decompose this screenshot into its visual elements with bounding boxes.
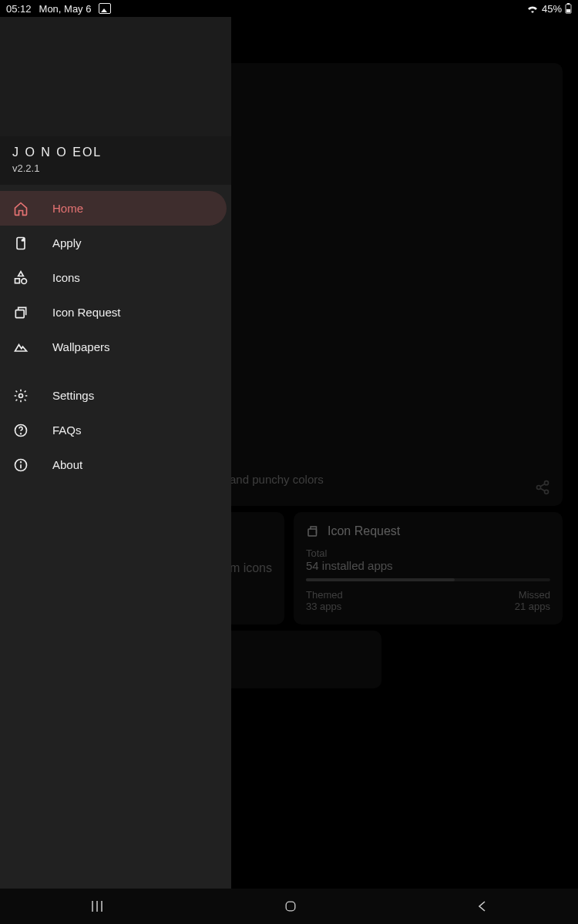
nav-label: Settings xyxy=(52,389,94,402)
mountain-icon xyxy=(12,340,29,355)
drawer-header xyxy=(0,17,231,136)
wifi-icon xyxy=(526,4,539,13)
nav-item-settings[interactable]: Settings xyxy=(0,378,227,413)
shapes-icon xyxy=(12,270,29,286)
drawer-separator xyxy=(0,364,231,372)
nav-label: Wallpapers xyxy=(52,340,109,353)
nav-label: Apply xyxy=(52,236,82,249)
nav-item-icons[interactable]: Icons xyxy=(0,260,227,295)
status-time: 05:12 xyxy=(6,3,32,15)
system-nav-bar xyxy=(0,889,578,924)
app-version: v2.2.1 xyxy=(12,162,219,174)
drawer-secondary-list: Settings FAQs About xyxy=(0,372,231,482)
battery-text: 45% xyxy=(542,3,562,15)
svg-rect-10 xyxy=(15,278,20,283)
navigation-drawer: J O N O EOL v2.2.1 Home Apply Icons Ico xyxy=(0,17,231,889)
svg-rect-22 xyxy=(286,902,295,911)
svg-point-13 xyxy=(19,393,23,397)
recents-button[interactable] xyxy=(89,899,105,913)
gear-icon xyxy=(12,388,29,403)
info-icon xyxy=(12,457,29,473)
image-icon xyxy=(99,3,111,14)
battery-icon xyxy=(565,3,572,14)
nav-label: FAQs xyxy=(52,424,82,437)
drawer-title: J O N O EOL v2.2.1 xyxy=(0,136,231,185)
home-button[interactable] xyxy=(283,899,298,914)
nav-item-apply[interactable]: Apply xyxy=(0,226,227,260)
home-icon xyxy=(12,201,29,216)
nav-item-wallpapers[interactable]: Wallpapers xyxy=(0,330,227,364)
drawer-primary-list: Home Apply Icons Icon Request Wallpapers xyxy=(0,185,231,364)
svg-point-15 xyxy=(21,433,22,434)
nav-item-home[interactable]: Home xyxy=(0,191,227,226)
help-icon xyxy=(12,423,29,438)
request-icon xyxy=(12,305,29,320)
svg-point-11 xyxy=(22,278,27,283)
nav-item-icon-request[interactable]: Icon Request xyxy=(0,295,227,330)
svg-rect-12 xyxy=(15,310,24,317)
svg-rect-1 xyxy=(567,3,570,5)
nav-label: Home xyxy=(52,202,83,215)
nav-label: Icons xyxy=(52,271,80,284)
status-date: Mon, May 6 xyxy=(39,3,92,15)
nav-item-about[interactable]: About xyxy=(0,447,227,482)
nav-item-faqs[interactable]: FAQs xyxy=(0,413,227,447)
svg-rect-2 xyxy=(566,9,570,12)
nav-label: Icon Request xyxy=(52,306,120,319)
status-bar: 05:12 Mon, May 6 45% xyxy=(0,0,578,17)
apply-icon xyxy=(12,236,29,251)
back-button[interactable] xyxy=(476,899,489,913)
app-name: J O N O EOL xyxy=(12,146,219,159)
svg-point-18 xyxy=(21,461,22,462)
nav-label: About xyxy=(52,458,82,471)
